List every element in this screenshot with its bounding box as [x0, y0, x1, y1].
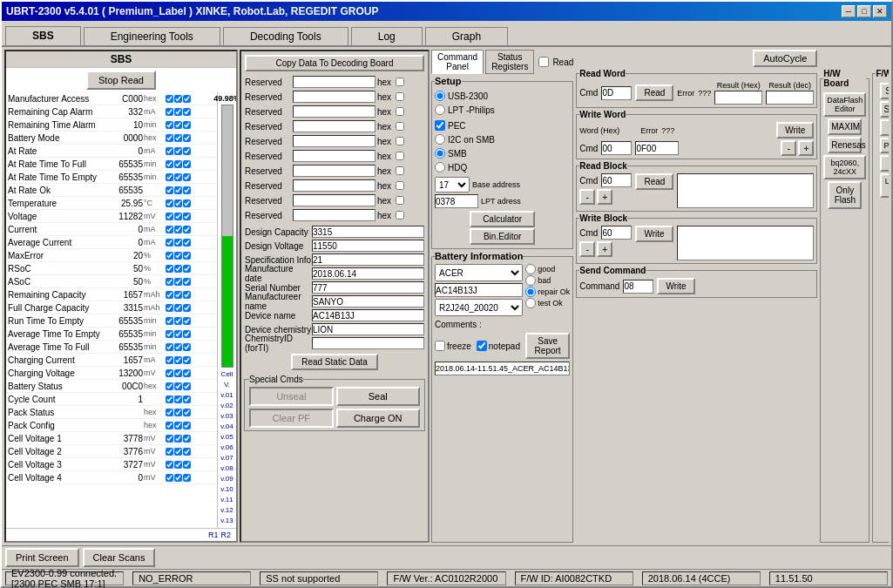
- lenovo-button[interactable]: Lenovo ID: [880, 173, 889, 198]
- renesas-button[interactable]: Renesas: [828, 137, 862, 153]
- sbs-row-checkbox[interactable]: [174, 95, 182, 103]
- freeze-checkbox[interactable]: [435, 341, 445, 351]
- sbs-row-checkbox[interactable]: [166, 448, 173, 456]
- sbs-row-checkbox[interactable]: [174, 291, 182, 299]
- tab-log[interactable]: Log: [351, 27, 423, 45]
- sbs-row-checkbox[interactable]: [183, 199, 191, 207]
- command-input[interactable]: [623, 280, 653, 294]
- sbs-row-checkbox[interactable]: [166, 226, 173, 233]
- sbs-row-checkbox[interactable]: [166, 186, 173, 194]
- send-write-button[interactable]: Write: [657, 278, 694, 294]
- log-input[interactable]: [435, 362, 570, 375]
- minimize-button[interactable]: ─: [842, 5, 856, 17]
- sbs-row-checkbox[interactable]: [166, 435, 173, 443]
- bq-button[interactable]: bq2060, 24cXX: [823, 155, 866, 179]
- sbs-row-checkbox[interactable]: [166, 108, 173, 116]
- spec-info-input[interactable]: [312, 253, 424, 266]
- reserved-input[interactable]: [293, 209, 375, 221]
- maxim-button[interactable]: MAXIM: [828, 118, 862, 135]
- sbs-row-checkbox[interactable]: [174, 356, 182, 364]
- reserved-input[interactable]: [293, 179, 375, 192]
- unseal-button[interactable]: Unseal: [249, 387, 334, 406]
- hdq-radio[interactable]: [435, 162, 445, 172]
- sbs-row-checkbox[interactable]: [183, 422, 191, 429]
- sbs-row-checkbox[interactable]: [183, 160, 191, 168]
- sbs-row-checkbox[interactable]: [166, 382, 173, 390]
- sbs-row-checkbox[interactable]: [166, 160, 173, 168]
- sbs-row-checkbox[interactable]: [166, 252, 173, 260]
- sbs-row-checkbox[interactable]: [166, 422, 173, 429]
- reserved-checkbox[interactable]: [396, 107, 404, 116]
- manufacturer-select[interactable]: ACER: [435, 264, 523, 281]
- sbs-row-checkbox[interactable]: [174, 199, 182, 207]
- sbs-row-checkbox[interactable]: [183, 369, 191, 377]
- sbs-row-checkbox[interactable]: [183, 147, 191, 155]
- panasonic-button[interactable]: Panasonic: [880, 138, 889, 153]
- sbs-row-checkbox[interactable]: [174, 343, 182, 351]
- sbs-row-checkbox[interactable]: [174, 474, 182, 482]
- read-word-button[interactable]: Read: [635, 84, 673, 101]
- good-radio[interactable]: [525, 264, 536, 274]
- reserved-input[interactable]: [293, 105, 375, 118]
- serial-number-input[interactable]: [312, 281, 424, 294]
- write-block-cmd-input[interactable]: [601, 226, 632, 240]
- sbs-row-checkbox[interactable]: [166, 409, 173, 416]
- sbs-row-checkbox[interactable]: [183, 121, 191, 129]
- design-capacity-input[interactable]: [312, 226, 424, 238]
- sbs-row-checkbox[interactable]: [174, 409, 182, 416]
- cmd-panel-tab[interactable]: Command Panel: [431, 50, 484, 74]
- sbs-row-checkbox[interactable]: [183, 213, 191, 220]
- sbs-row-checkbox[interactable]: [174, 395, 182, 403]
- sbs-row-checkbox[interactable]: [166, 121, 173, 129]
- result-dec-input[interactable]: [766, 91, 814, 105]
- sbs-row-checkbox[interactable]: [174, 108, 182, 116]
- sbs-row-checkbox[interactable]: [183, 448, 191, 456]
- sbs-row-checkbox[interactable]: [174, 461, 182, 469]
- write-block-plus[interactable]: +: [597, 241, 612, 257]
- reserved-input[interactable]: [293, 194, 375, 206]
- device-chemistry-input[interactable]: [312, 323, 424, 335]
- sbs-row-checkbox[interactable]: [166, 239, 173, 247]
- save-report-button[interactable]: Save Report: [525, 333, 570, 359]
- reserved-checkbox[interactable]: [396, 78, 404, 86]
- sdi-button[interactable]: SDI: [880, 119, 889, 136]
- sbs-row-checkbox[interactable]: [166, 461, 173, 469]
- sbs-row-checkbox[interactable]: [183, 239, 191, 247]
- sbs-row-checkbox[interactable]: [183, 343, 191, 351]
- reserved-input[interactable]: [293, 91, 375, 103]
- print-screen-button[interactable]: Print Screen: [5, 548, 79, 567]
- device-name-input[interactable]: [312, 309, 424, 321]
- write-word-button[interactable]: Write: [776, 122, 814, 139]
- result-hex-input[interactable]: [714, 91, 762, 105]
- write-block-minus[interactable]: -: [579, 241, 595, 257]
- status-registers-tab[interactable]: Status Registers: [485, 50, 534, 74]
- clear-pf-button[interactable]: Clear PF: [249, 409, 334, 428]
- sbs-row-checkbox[interactable]: [183, 95, 191, 103]
- sbs-row-checkbox[interactable]: [174, 330, 182, 338]
- cmd-panel-checkbox[interactable]: [538, 57, 549, 67]
- sbs-row-checkbox[interactable]: [183, 356, 191, 364]
- sbs-row-checkbox[interactable]: [183, 186, 191, 194]
- read-block-plus[interactable]: +: [597, 189, 612, 205]
- sbs-row-checkbox[interactable]: [166, 173, 173, 181]
- sbs-row-checkbox[interactable]: [183, 291, 191, 299]
- sbs-row-checkbox[interactable]: [183, 173, 191, 181]
- reserved-input[interactable]: [293, 150, 375, 162]
- sbs-row-checkbox[interactable]: [166, 304, 173, 312]
- sbs-row-checkbox[interactable]: [166, 134, 173, 142]
- tab-graph[interactable]: Graph: [425, 27, 508, 45]
- manufacturer-name-input[interactable]: [312, 295, 424, 308]
- sbs-row-checkbox[interactable]: [183, 435, 191, 443]
- write-plus-button[interactable]: +: [798, 140, 814, 156]
- write-block-button[interactable]: Write: [635, 226, 673, 242]
- read-block-cmd-input[interactable]: [601, 173, 632, 187]
- repair-ok-radio[interactable]: [525, 287, 536, 297]
- clear-scans-button[interactable]: Clear Scans: [83, 548, 156, 567]
- write-cmd-input[interactable]: [601, 141, 632, 155]
- sbs-row-checkbox[interactable]: [183, 317, 191, 325]
- sbs-row-checkbox[interactable]: [166, 395, 173, 403]
- sbs-row-checkbox[interactable]: [174, 226, 182, 233]
- restore-button[interactable]: □: [857, 5, 871, 17]
- autocycle-button[interactable]: AutoCycle: [753, 50, 817, 67]
- sbs-row-checkbox[interactable]: [174, 422, 182, 429]
